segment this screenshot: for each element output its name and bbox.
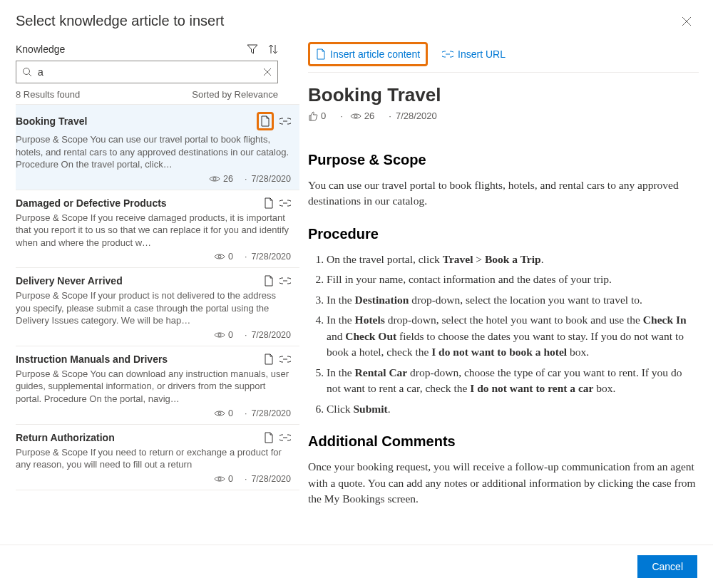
- cancel-button[interactable]: Cancel: [637, 555, 697, 578]
- dialog-header: Select knowledge article to insert: [0, 0, 713, 36]
- knowledge-header: Knowledge: [16, 43, 299, 55]
- insert-url-label: Insert URL: [458, 48, 506, 60]
- insert-content-action[interactable]: [264, 432, 274, 443]
- sort-label: Sorted by Relevance: [192, 89, 278, 100]
- knowledge-header-actions: [247, 43, 278, 55]
- clear-search-button[interactable]: [263, 68, 272, 76]
- article-meta: 0 26 7/28/2020: [308, 110, 699, 121]
- result-item[interactable]: Instruction Manuals and DriversPurpose &…: [16, 346, 299, 425]
- result-date: 7/28/2020: [240, 174, 291, 184]
- result-title: Damaged or Defective Products: [16, 197, 167, 209]
- result-snippet: Purpose & Scope If you need to return or…: [16, 446, 291, 471]
- result-views: 0: [214, 474, 233, 484]
- results-count: 8 Results found: [16, 89, 80, 100]
- result-title: Booking Travel: [16, 115, 87, 127]
- svg-point-6: [354, 115, 357, 118]
- result-views: 0: [214, 330, 233, 340]
- results-list[interactable]: Booking TravelPurpose & Scope You can us…: [16, 104, 299, 545]
- eye-icon: [350, 113, 361, 120]
- filter-button[interactable]: [247, 43, 258, 55]
- insert-content-label: Insert article content: [330, 48, 420, 60]
- search-icon: [22, 67, 32, 77]
- left-panel: Knowledge: [0, 36, 299, 545]
- insert-content-action[interactable]: [264, 197, 274, 209]
- insert-content-highlight: [257, 112, 274, 130]
- insert-content-highlight: Insert article content: [308, 42, 428, 66]
- insert-url-button[interactable]: Insert URL: [438, 46, 510, 63]
- insert-url-action[interactable]: [279, 200, 291, 207]
- search-box[interactable]: [16, 61, 278, 83]
- right-panel: Insert article content Insert URL Bookin…: [299, 36, 713, 545]
- svg-point-3: [218, 334, 221, 336]
- result-snippet: Purpose & Scope You can download any ins…: [16, 368, 291, 406]
- svg-point-4: [218, 412, 221, 415]
- views-count: 26: [364, 110, 374, 121]
- result-title: Instruction Manuals and Drivers: [16, 354, 168, 365]
- result-item[interactable]: Booking TravelPurpose & Scope You can us…: [16, 105, 299, 190]
- article-date: 7/28/2020: [384, 110, 436, 121]
- result-date: 7/28/2020: [240, 330, 291, 340]
- result-snippet: Purpose & Scope You can use our travel p…: [16, 133, 291, 171]
- insert-content-action[interactable]: [264, 354, 274, 365]
- thumbs-up-icon: [308, 111, 318, 121]
- result-views: 0: [214, 252, 233, 262]
- close-button[interactable]: [676, 14, 697, 29]
- result-date: 7/28/2020: [240, 252, 291, 262]
- sort-button[interactable]: [268, 43, 278, 55]
- dialog: Select knowledge article to insert Knowl…: [0, 0, 713, 588]
- search-input[interactable]: [36, 66, 263, 78]
- insert-url-action[interactable]: [279, 118, 291, 125]
- article-body: Purpose & ScopeYou can use our travel po…: [308, 135, 699, 516]
- article-toolbar: Insert article content Insert URL: [308, 36, 699, 73]
- result-snippet: Purpose & Scope If you receive damaged p…: [16, 212, 291, 249]
- insert-url-action[interactable]: [279, 356, 291, 363]
- result-date: 7/28/2020: [240, 408, 291, 418]
- close-icon: [263, 68, 272, 76]
- article-title: Booking Travel: [308, 84, 699, 106]
- sort-icon: [268, 43, 278, 55]
- insert-url-action[interactable]: [279, 277, 291, 284]
- result-item[interactable]: Delivery Never ArrivedPurpose & Scope If…: [16, 268, 299, 346]
- svg-point-1: [213, 177, 216, 180]
- insert-url-action[interactable]: [279, 434, 291, 441]
- close-icon: [682, 16, 692, 26]
- result-title: Delivery Never Arrived: [16, 275, 123, 287]
- result-item[interactable]: Damaged or Defective ProductsPurpose & S…: [16, 190, 299, 269]
- document-icon: [316, 48, 326, 60]
- likes-count: 0: [321, 110, 326, 121]
- dialog-title: Select knowledge article to insert: [16, 13, 224, 29]
- svg-point-5: [218, 478, 221, 480]
- knowledge-label: Knowledge: [16, 43, 65, 55]
- insert-content-action[interactable]: [260, 115, 270, 127]
- result-views: 0: [214, 408, 233, 418]
- result-views: 26: [209, 174, 233, 184]
- result-date: 7/28/2020: [240, 474, 291, 484]
- views-meta: 26: [336, 110, 374, 121]
- link-icon: [442, 51, 453, 58]
- result-snippet: Purpose & Scope If your product is not d…: [16, 289, 291, 327]
- search-meta: 8 Results found Sorted by Relevance: [16, 89, 299, 104]
- insert-article-content-button[interactable]: Insert article content: [312, 46, 424, 63]
- svg-point-2: [218, 255, 221, 258]
- dialog-footer: Cancel: [0, 545, 713, 588]
- dialog-body: Knowledge: [0, 36, 713, 545]
- filter-icon: [247, 44, 258, 54]
- result-title: Return Authorization: [16, 432, 115, 443]
- result-item[interactable]: Return AuthorizationPurpose & Scope If y…: [16, 425, 299, 490]
- svg-point-0: [24, 68, 30, 75]
- likes-meta: 0: [308, 110, 326, 121]
- insert-content-action[interactable]: [264, 275, 274, 287]
